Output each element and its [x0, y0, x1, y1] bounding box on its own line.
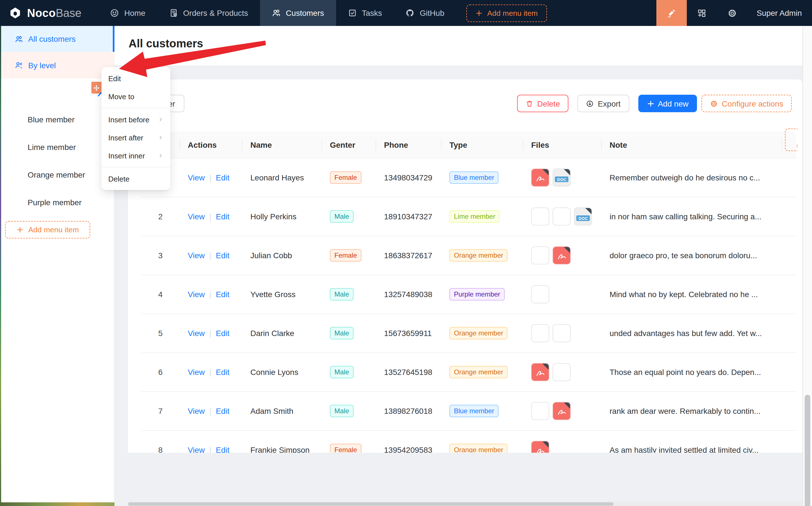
- horizontal-scrollbar-thumb[interactable]: [128, 502, 614, 505]
- cell-type: Orange member: [441, 327, 523, 339]
- vertical-scrollbar-thumb[interactable]: [805, 395, 810, 506]
- folded-corner: [543, 169, 549, 175]
- image-attachment-thumbnail[interactable]: [531, 285, 549, 303]
- pdf-file-icon[interactable]: [531, 363, 549, 381]
- gender-badge: Female: [330, 249, 361, 262]
- plugin-manager-button[interactable]: [687, 0, 717, 26]
- nav-item-tasks[interactable]: Tasks: [336, 0, 394, 26]
- user-menu[interactable]: Super Admin: [748, 8, 812, 17]
- nav-item-customers[interactable]: Customers: [260, 0, 336, 26]
- nav-item-label: Home: [124, 8, 146, 17]
- image-attachment-thumbnail[interactable]: [553, 207, 571, 226]
- sidebar-add-menu-item-button[interactable]: Add menu item: [5, 221, 90, 239]
- gender-badge: Male: [330, 210, 353, 223]
- member-type-badge: Orange member: [450, 444, 508, 452]
- gear-icon: [728, 8, 737, 18]
- pdf-file-icon[interactable]: [553, 246, 571, 264]
- view-link[interactable]: View: [188, 367, 205, 376]
- delete-button[interactable]: Delete: [517, 95, 568, 112]
- row-number: 4: [142, 290, 179, 299]
- context-menu-item-edit[interactable]: Edit: [101, 69, 170, 87]
- view-link[interactable]: View: [188, 290, 205, 299]
- edit-link[interactable]: Edit: [216, 212, 229, 221]
- column-divider: [321, 139, 322, 150]
- sidebar: All customers By level Blue memberLime m…: [0, 26, 114, 506]
- doc-file-icon[interactable]: DOC: [553, 169, 571, 187]
- doc-file-icon[interactable]: DOC: [574, 207, 592, 226]
- row-actions: View|Edit: [179, 445, 242, 452]
- pdf-file-icon[interactable]: [553, 402, 571, 420]
- navbar-add-menu-item-button[interactable]: Add menu item: [466, 4, 547, 22]
- smiley-icon: [110, 8, 119, 17]
- column-header-genter: Genter: [321, 131, 376, 158]
- edit-link[interactable]: Edit: [216, 173, 229, 182]
- image-attachment-thumbnail[interactable]: [531, 207, 549, 226]
- cell-phone: 18910347327: [376, 212, 441, 221]
- table-row: 5View|EditDarin ClarkeMale15673659911Ora…: [142, 314, 796, 353]
- vertical-scrollbar[interactable]: [802, 26, 812, 506]
- context-menu-item-insert-inner[interactable]: Insert inner: [101, 147, 170, 165]
- view-link[interactable]: View: [188, 329, 205, 338]
- row-number: 7: [142, 407, 179, 416]
- edit-link[interactable]: Edit: [216, 407, 229, 416]
- sidebar-item-blue-member[interactable]: Blue member: [0, 108, 114, 131]
- edit-link[interactable]: Edit: [216, 367, 229, 376]
- image-attachment-thumbnail[interactable]: [553, 363, 571, 381]
- row-actions: View|Edit: [179, 329, 242, 338]
- image-attachment-thumbnail[interactable]: [531, 324, 549, 342]
- cell-name: Holly Perkins: [242, 212, 321, 221]
- page-header: All customers: [114, 26, 812, 65]
- row-number: 6: [142, 367, 179, 376]
- sidebar-item-lime-member[interactable]: Lime member: [0, 136, 114, 158]
- context-menu-item-insert-before[interactable]: Insert before: [101, 110, 170, 129]
- row-actions: View|Edit: [179, 251, 242, 260]
- folded-corner: [564, 403, 570, 409]
- sidebar-item-by-level[interactable]: By level: [0, 52, 114, 78]
- sidebar-item-orange-member[interactable]: Orange member: [0, 164, 114, 186]
- edit-link[interactable]: Edit: [216, 290, 229, 299]
- configure-columns-button[interactable]: [785, 129, 797, 151]
- view-link[interactable]: View: [188, 445, 205, 452]
- context-menu-item-insert-after[interactable]: Insert after: [101, 129, 170, 147]
- column-divider: [782, 139, 782, 150]
- doc-label: DOC: [576, 216, 590, 221]
- pdf-file-icon[interactable]: [531, 169, 549, 187]
- cell-note: As am hastily invited settled at limited…: [601, 445, 782, 452]
- view-link[interactable]: View: [188, 173, 205, 182]
- cell-gender: Female: [321, 444, 376, 452]
- configure-actions-button[interactable]: Configure actions: [702, 95, 792, 112]
- sidebar-item-all-customers[interactable]: All customers: [0, 26, 114, 52]
- cell-type: Orange member: [441, 366, 523, 378]
- settings-button[interactable]: [717, 0, 748, 26]
- ui-editor-button[interactable]: [656, 0, 687, 26]
- column-header-phone: Phone: [376, 131, 441, 158]
- view-link[interactable]: View: [188, 407, 205, 416]
- sidebar-item-purple-member[interactable]: Purple member: [0, 191, 114, 214]
- pdf-file-icon[interactable]: [531, 441, 549, 452]
- column-header-label: Name: [250, 140, 272, 149]
- cell-gender: Male: [321, 366, 376, 378]
- export-button[interactable]: Export: [577, 95, 629, 112]
- edit-link[interactable]: Edit: [216, 251, 229, 260]
- nocobase-logo[interactable]: NocoBase: [0, 6, 90, 20]
- row-actions: View|Edit: [179, 290, 242, 299]
- nav-item-github[interactable]: GitHub: [394, 0, 456, 26]
- context-menu-item-move-to[interactable]: Move to: [101, 87, 170, 105]
- edit-link[interactable]: Edit: [216, 329, 229, 338]
- image-attachment-thumbnail[interactable]: [553, 324, 571, 342]
- horizontal-scrollbar[interactable]: [128, 502, 802, 506]
- image-attachment-thumbnail[interactable]: [531, 246, 549, 264]
- column-header-name: Name: [242, 131, 321, 158]
- nav-item-home[interactable]: Home: [98, 0, 157, 26]
- view-link[interactable]: View: [188, 251, 205, 260]
- add-new-button[interactable]: Add new: [638, 95, 697, 112]
- row-number: 5: [142, 329, 179, 338]
- table-row: 2View|EditHolly PerkinsMale18910347327Li…: [142, 197, 796, 236]
- image-attachment-thumbnail[interactable]: [531, 402, 549, 420]
- cell-name: Julian Cobb: [242, 251, 321, 260]
- context-menu-item-delete[interactable]: Delete: [101, 170, 170, 188]
- view-link[interactable]: View: [188, 212, 205, 221]
- edit-link[interactable]: Edit: [216, 445, 229, 452]
- folded-corner: [564, 169, 570, 175]
- nav-item-orders-products[interactable]: Orders & Products: [157, 0, 260, 26]
